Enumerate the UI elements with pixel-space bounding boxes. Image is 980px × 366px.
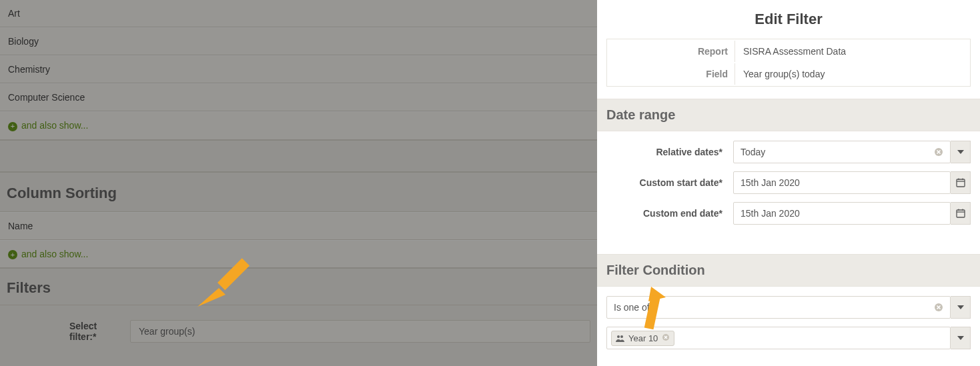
list-item[interactable]: Name	[0, 212, 597, 240]
filters-header: Filters	[0, 268, 597, 305]
svg-marker-3	[957, 150, 964, 154]
date-range-header: Date range	[597, 99, 980, 131]
clear-icon[interactable]	[934, 303, 943, 312]
info-field-value: Year group(s) today	[737, 63, 969, 85]
background-pane: Art Biology Chemistry Computer Science +…	[0, 0, 597, 366]
custom-start-date-input[interactable]: 15th Jan 2020	[733, 171, 951, 194]
calendar-icon[interactable]	[951, 171, 971, 194]
panel-title: Edit Filter	[606, 0, 971, 39]
and-also-show-link[interactable]: +and also show...	[0, 111, 597, 140]
select-filter-dropdown[interactable]: Year group(s)	[130, 320, 590, 343]
and-also-show-link[interactable]: +and also show...	[0, 240, 597, 269]
svg-point-15	[620, 335, 623, 338]
relative-dates-select[interactable]: Today	[733, 141, 951, 163]
chevron-down-icon[interactable]	[951, 327, 971, 349]
info-report-value: SISRA Assessment Data	[737, 41, 969, 62]
svg-rect-8	[957, 210, 965, 217]
list-item[interactable]: Computer Science	[0, 83, 597, 111]
remove-tag-icon[interactable]	[662, 333, 670, 343]
list-item[interactable]: Art	[0, 0, 597, 27]
custom-end-date-value: 15th Jan 2020	[741, 208, 943, 219]
info-report-label: Report	[608, 41, 735, 62]
also-label: and also show...	[21, 120, 88, 131]
custom-start-date-value: 15th Jan 2020	[741, 177, 943, 188]
group-icon	[616, 335, 624, 342]
list-item[interactable]: Biology	[0, 27, 597, 55]
filter-condition-header: Filter Condition	[597, 254, 980, 287]
filter-condition-select[interactable]: Is one of...	[606, 296, 951, 319]
info-field-label: Field	[608, 63, 735, 85]
filter-value-text: Year 10	[628, 333, 658, 343]
relative-dates-label: Relative dates*	[606, 147, 733, 157]
also-label: and also show...	[21, 249, 88, 259]
plus-icon: +	[8, 122, 17, 131]
chevron-down-icon[interactable]	[951, 141, 971, 163]
custom-start-date-label: Custom start date*	[606, 177, 733, 188]
column-sorting-header: Column Sorting	[0, 172, 597, 212]
filter-values-multiselect[interactable]: Year 10	[606, 327, 951, 349]
custom-end-date-label: Custom end date*	[606, 208, 733, 219]
filters-row: Select filter:* Year group(s)	[0, 305, 597, 357]
clear-icon[interactable]	[934, 147, 943, 157]
chevron-down-icon[interactable]	[951, 296, 971, 319]
relative-dates-value: Today	[741, 147, 930, 157]
svg-marker-13	[957, 305, 964, 309]
svg-marker-17	[957, 336, 964, 340]
filter-condition-value: Is one of...	[614, 302, 930, 313]
list-item[interactable]: Chemistry	[0, 55, 597, 83]
custom-end-date-input[interactable]: 15th Jan 2020	[733, 202, 951, 225]
svg-rect-4	[957, 179, 965, 187]
filter-value-tag[interactable]: Year 10	[611, 331, 674, 346]
calendar-icon[interactable]	[951, 202, 971, 225]
svg-point-14	[617, 335, 620, 338]
select-filter-label: Select filter:*	[69, 321, 118, 342]
edit-filter-panel: Edit Filter Report SISRA Assessment Data…	[597, 0, 980, 366]
filter-info-table: Report SISRA Assessment Data Field Year …	[606, 39, 971, 87]
plus-icon: +	[8, 250, 17, 259]
spacer	[0, 140, 597, 172]
panel-actions: Cancel Save	[606, 359, 971, 366]
